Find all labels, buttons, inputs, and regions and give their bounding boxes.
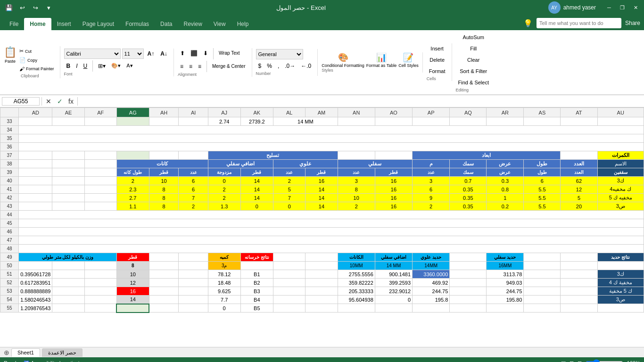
cell-AI43[interactable]: 2 xyxy=(179,202,208,211)
user-avatar[interactable]: AY xyxy=(548,1,561,14)
col-AQ[interactable]: AQ xyxy=(450,108,487,117)
cell-AI39[interactable]: عدد xyxy=(179,168,208,177)
cell-AJ51[interactable]: 78.12 xyxy=(208,270,240,279)
cell-AG42[interactable]: 2.7 xyxy=(116,194,149,202)
cell-AK43[interactable]: 0 xyxy=(240,202,273,211)
cell-AT42[interactable]: 5 xyxy=(561,194,597,202)
cell-AM40[interactable]: 16 xyxy=(305,177,338,185)
col-AT[interactable]: AT xyxy=(561,108,597,117)
percent-btn[interactable]: % xyxy=(264,61,274,71)
cell-AQ40[interactable]: 0.7 xyxy=(450,177,487,185)
cell-AJ38-merged[interactable]: اضافي سفلي xyxy=(208,160,273,168)
tab-help[interactable]: Help xyxy=(231,18,255,30)
normal-view-btn[interactable]: ▣ xyxy=(561,360,566,362)
tell-me-input[interactable] xyxy=(537,18,621,28)
cell-AM43[interactable]: 14 xyxy=(305,202,338,211)
cell-AE33[interactable] xyxy=(52,117,84,126)
cell-AJ37-merged[interactable]: تسليح xyxy=(208,151,338,160)
cell-AR54[interactable]: 195.80 xyxy=(487,296,524,304)
cell-AD33[interactable] xyxy=(19,117,52,126)
format-as-table-btn[interactable]: 📊 Format as Table xyxy=(366,52,396,68)
cell-AJ50[interactable]: 3م xyxy=(208,262,240,270)
formula-input[interactable] xyxy=(80,98,642,105)
cell-AG54[interactable]: 14 xyxy=(116,296,149,304)
cell-AP38[interactable]: م xyxy=(413,160,450,168)
cell-AO49[interactable]: اضافي سفلي xyxy=(375,253,412,262)
cell-AR53[interactable]: 244.75 xyxy=(487,287,524,296)
cell-AO39[interactable]: قطر xyxy=(375,168,412,177)
cell-AG51[interactable]: 10 xyxy=(116,270,149,279)
cell-AM39[interactable]: قطر xyxy=(305,168,338,177)
cell-AP42[interactable]: 9 xyxy=(413,194,450,202)
cell-AS42[interactable]: 5.5 xyxy=(524,194,561,202)
cell-AK55[interactable]: B5 xyxy=(240,304,273,313)
cell-AU42[interactable]: 5 مخفيه ك xyxy=(597,194,644,202)
align-bottom-btn[interactable]: ⬇ xyxy=(201,48,210,58)
cell-AK41[interactable]: 14 xyxy=(240,185,273,194)
add-sheet-btn[interactable]: ⊕ xyxy=(4,349,9,356)
cell-AP49[interactable]: حديد علوي xyxy=(413,253,450,262)
paste-btn[interactable]: 📋 Paste xyxy=(4,46,17,64)
format-painter-btn[interactable]: 🖌 Format Painter xyxy=(17,65,56,73)
cell-AS39[interactable]: طول xyxy=(524,168,561,177)
cell-AP51[interactable]: 3360.0000 xyxy=(413,270,450,279)
currency-btn[interactable]: $ xyxy=(256,61,264,71)
col-AF[interactable]: AF xyxy=(84,108,116,117)
tab-file[interactable]: File xyxy=(4,18,24,30)
cell-AU51[interactable]: 3ك xyxy=(597,270,644,279)
cell-AD49-merged[interactable]: وزن بالكيلو لكل متر طولي xyxy=(19,253,117,262)
cell-AK54[interactable]: B4 xyxy=(240,296,273,304)
italic-btn[interactable]: I xyxy=(74,61,80,71)
cell-AQ43[interactable]: 0.35 xyxy=(450,202,487,211)
cell-AR41[interactable]: 0.8 xyxy=(487,185,524,194)
cell-AR38[interactable]: عرض xyxy=(487,160,524,168)
col-AE[interactable]: AE xyxy=(52,108,84,117)
cell-AJ54[interactable]: 7.7 xyxy=(208,296,240,304)
cell-AU43[interactable]: 3ص xyxy=(597,202,644,211)
cell-AN51[interactable]: 2755.5556 xyxy=(338,270,375,279)
cell-AN33[interactable] xyxy=(338,117,375,126)
cell-AK33[interactable]: 2739.2 xyxy=(240,117,273,126)
cell-AP43[interactable]: 2 xyxy=(413,202,450,211)
col-AS[interactable]: AS xyxy=(524,108,561,117)
font-color-btn[interactable]: A▾ xyxy=(124,61,135,71)
close-btn[interactable]: ✕ xyxy=(631,3,640,12)
cell-AH42[interactable]: 8 xyxy=(149,194,179,202)
accessibility-status[interactable]: ♿ Accessibility: Investigate xyxy=(24,361,82,362)
cell-AO43[interactable]: 16 xyxy=(375,202,412,211)
cell-AU53[interactable]: ك 5 مخفية xyxy=(597,287,644,296)
col-AN[interactable]: AN xyxy=(338,108,375,117)
increase-decimal-btn[interactable]: .0→ xyxy=(282,61,297,71)
cell-AR52[interactable]: 949.03 xyxy=(487,279,524,287)
undo-quick-btn[interactable]: ↩ xyxy=(17,2,27,13)
decrease-decimal-btn[interactable]: ←.0 xyxy=(298,61,314,71)
cell-AG41[interactable]: 2.3 xyxy=(116,185,149,194)
cell-AQ39[interactable]: سمك xyxy=(450,168,487,177)
cell-AT38[interactable]: العدد xyxy=(561,160,597,168)
decrease-font-btn[interactable]: A↓ xyxy=(158,49,170,59)
cell-AP39[interactable]: عدد xyxy=(413,168,450,177)
cell-AG50[interactable]: 8 xyxy=(116,262,149,270)
increase-font-btn[interactable]: A↑ xyxy=(145,49,157,59)
confirm-formula-btn[interactable]: ✓ xyxy=(55,98,65,105)
cell-AU49[interactable]: نتائج حديد xyxy=(597,253,644,262)
col-AM[interactable]: AM xyxy=(305,108,338,117)
sort-filter-btn[interactable]: Sort & Filter xyxy=(456,66,491,76)
cell-AI41[interactable]: 6 xyxy=(179,185,208,194)
cell-AJ52[interactable]: 18.48 xyxy=(208,279,240,287)
bold-btn[interactable]: B xyxy=(64,61,73,71)
align-center-btn[interactable]: ≡ xyxy=(187,61,195,72)
page-break-view-btn[interactable]: ⊟ xyxy=(578,360,582,362)
tab-page-layout[interactable]: Page Layout xyxy=(77,18,120,30)
cell-AT41[interactable]: 12 xyxy=(561,185,597,194)
spreadsheet[interactable]: AD AE AF AG AH AI AJ AK AL AM AN AO AP A… xyxy=(0,107,644,347)
restore-btn[interactable]: ❐ xyxy=(618,3,627,12)
col-AU[interactable]: AU xyxy=(597,108,644,117)
borders-btn[interactable]: ⊞▾ xyxy=(96,61,108,71)
align-middle-btn[interactable]: ⬛ xyxy=(188,48,200,58)
cell-AJ55[interactable]: 0 xyxy=(208,304,240,313)
cell-AP37-merged[interactable]: ابعاد xyxy=(413,151,561,160)
cell-AN43[interactable]: 2 xyxy=(338,202,375,211)
cell-AK52[interactable]: B2 xyxy=(240,279,273,287)
cell-AO54[interactable]: 0 xyxy=(375,296,412,304)
